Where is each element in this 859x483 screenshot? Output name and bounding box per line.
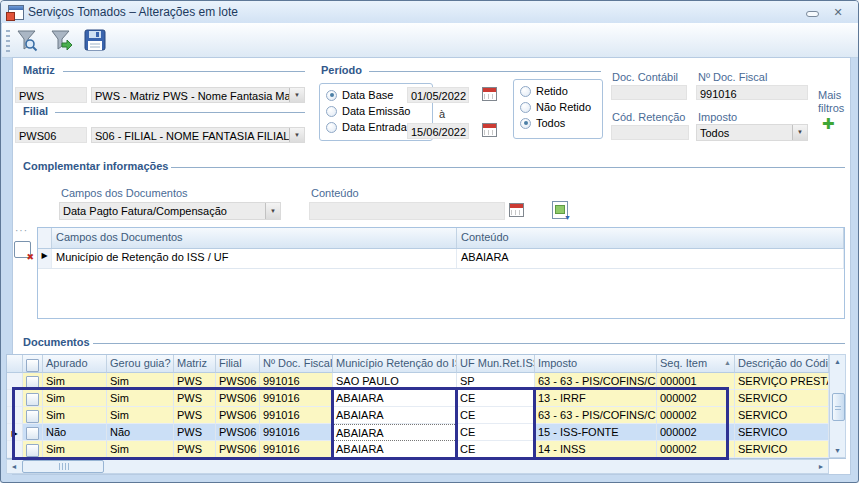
column-header[interactable]: UF Mun.Ret.ISS xyxy=(457,355,535,373)
row-checkbox[interactable] xyxy=(26,393,39,406)
cell-uf[interactable]: CE xyxy=(457,390,535,407)
cell-filial[interactable]: PWS06 xyxy=(216,424,260,441)
calendar-icon[interactable] xyxy=(482,87,497,101)
horizontal-scrollbar-thumb[interactable] xyxy=(22,460,104,473)
chevron-down-icon[interactable]: ▼ xyxy=(792,125,807,140)
cell-descricao[interactable]: SERVICO xyxy=(735,424,829,441)
cell-imposto[interactable]: 63 - 63 - PIS/COFINS/CSLL xyxy=(535,407,657,424)
cell-gerou-guia[interactable]: Sim xyxy=(107,373,174,390)
select-all-checkbox[interactable] xyxy=(26,359,39,372)
cell-descricao[interactable]: SERVICO xyxy=(735,441,829,458)
scroll-right-icon[interactable]: ► xyxy=(814,460,828,473)
cell-gerou-guia[interactable]: Sim xyxy=(107,390,174,407)
date-to-field[interactable]: 15/06/2022 xyxy=(407,123,469,139)
cell-apurado[interactable]: Sim xyxy=(43,407,107,424)
cell-municipio-focused[interactable]: ABAIARA xyxy=(333,424,457,441)
overflow-dots-icon[interactable]: ··· xyxy=(15,225,28,236)
cell-gerou-guia[interactable]: Não xyxy=(107,424,174,441)
column-header-campos[interactable]: Campos dos Documentos xyxy=(52,228,457,248)
calendar-icon[interactable] xyxy=(509,203,524,217)
chevron-down-icon[interactable]: ▼ xyxy=(289,128,304,142)
chevron-down-icon[interactable]: ▼ xyxy=(289,88,304,102)
cell-filial[interactable]: PWS06 xyxy=(216,373,260,390)
radio-nao-retido[interactable]: Não Retido xyxy=(520,101,591,113)
complementar-grid-row[interactable]: ▶ Município de Retenção do ISS / UF ABAI… xyxy=(38,249,844,269)
column-header[interactable]: Matriz xyxy=(174,355,216,373)
radio-data-emissao[interactable]: Data Emissão xyxy=(326,105,410,117)
conteudo-field[interactable] xyxy=(309,202,505,220)
minimize-button[interactable] xyxy=(802,4,822,20)
cell-matriz[interactable]: PWS xyxy=(174,407,216,424)
cell-campo[interactable]: Município de Retenção do ISS / UF xyxy=(52,249,457,268)
cell-num-doc[interactable]: 991016 xyxy=(260,390,333,407)
filial-combo[interactable]: S06 - FILIAL - NOME FANTASIA FILIAL PWS0… xyxy=(91,127,305,143)
add-filter-button[interactable]: ✚ xyxy=(822,115,835,133)
row-checkbox[interactable] xyxy=(26,410,39,423)
cell-apurado[interactable]: Não xyxy=(43,424,107,441)
scroll-down-icon[interactable]: ▼ xyxy=(830,444,845,457)
cell-uf[interactable]: SP xyxy=(457,373,535,390)
table-row[interactable]: Sim Sim PWS PWS06 991016 SAO PAULO SP 63… xyxy=(7,373,845,390)
doc-contabil-field[interactable] xyxy=(611,85,687,100)
campos-documentos-combo[interactable]: Data Pagto Fatura/Compensação ▼ xyxy=(59,202,281,220)
horizontal-scrollbar[interactable]: ◄ ► xyxy=(6,459,829,474)
cell-filial[interactable]: PWS06 xyxy=(216,407,260,424)
cell-uf[interactable]: CE xyxy=(457,407,535,424)
radio-data-entrada[interactable]: Data Entrada xyxy=(326,121,407,133)
cell-imposto[interactable]: 14 - INSS xyxy=(535,441,657,458)
cell-matriz[interactable]: PWS xyxy=(174,390,216,407)
cell-seq-item[interactable]: 000002 xyxy=(657,407,735,424)
cell-conteudo[interactable]: ABAIARA xyxy=(457,249,844,268)
cell-apurado[interactable]: Sim xyxy=(43,441,107,458)
cell-uf[interactable]: CE xyxy=(457,424,535,441)
cell-municipio[interactable]: ABAIARA xyxy=(333,407,457,424)
cell-matriz[interactable]: PWS xyxy=(174,424,216,441)
column-header[interactable]: Descrição do Código d xyxy=(735,355,829,373)
cell-descricao[interactable]: SERVICO xyxy=(735,407,829,424)
filial-code-field[interactable]: PWS06 xyxy=(15,127,87,143)
cell-seq-item[interactable]: 000002 xyxy=(657,424,735,441)
save-button[interactable] xyxy=(80,26,110,54)
cod-retencao-field[interactable] xyxy=(611,125,689,140)
filter-apply-button[interactable] xyxy=(46,26,76,54)
imposto-combo[interactable]: Todos ▼ xyxy=(696,124,808,141)
cell-imposto[interactable]: 63 - 63 - PIS/COFINS/CSLL xyxy=(535,373,657,390)
vertical-scrollbar-thumb[interactable] xyxy=(832,393,845,421)
row-checkbox[interactable] xyxy=(26,444,39,457)
cell-num-doc[interactable]: 991016 xyxy=(260,441,333,458)
row-checkbox[interactable] xyxy=(26,427,39,440)
cell-municipio[interactable]: ABAIARA xyxy=(333,390,457,407)
matriz-code-field[interactable]: PWS xyxy=(15,87,87,103)
cell-imposto[interactable]: 13 - IRRF xyxy=(535,390,657,407)
table-row-selected[interactable]: ▶ Não Não PWS PWS06 991016 ABAIARA CE 15… xyxy=(7,424,845,441)
table-row[interactable]: Sim Sim PWS PWS06 991016 ABAIARA CE 14 -… xyxy=(7,441,845,458)
scroll-up-icon[interactable]: ▲ xyxy=(830,355,845,368)
cell-seq-item[interactable]: 000001 xyxy=(657,373,735,390)
cell-matriz[interactable]: PWS xyxy=(174,441,216,458)
cell-filial[interactable]: PWS06 xyxy=(216,441,260,458)
column-header[interactable]: Apurado xyxy=(43,355,107,373)
chevron-down-icon[interactable]: ▼ xyxy=(265,203,280,219)
date-from-field[interactable]: 01/05/2022 xyxy=(407,87,469,103)
radio-todos[interactable]: Todos xyxy=(520,117,565,129)
cell-num-doc[interactable]: 991016 xyxy=(260,407,333,424)
calendar-icon[interactable] xyxy=(482,123,497,137)
radio-retido[interactable]: Retido xyxy=(520,85,568,97)
toolbar-grip[interactable] xyxy=(6,28,10,52)
num-doc-fiscal-field[interactable]: 991016 xyxy=(696,85,808,100)
column-header[interactable]: Imposto xyxy=(535,355,657,373)
vertical-scrollbar[interactable]: ▲ ▼ xyxy=(829,354,846,458)
cell-municipio[interactable]: ABAIARA xyxy=(333,441,457,458)
cell-gerou-guia[interactable]: Sim xyxy=(107,441,174,458)
filter-search-button[interactable] xyxy=(12,26,42,54)
matriz-combo[interactable]: PWS - Matriz PWS - Nome Fantasia Matriz … xyxy=(91,87,305,103)
cell-seq-item[interactable]: 000002 xyxy=(657,390,735,407)
cell-num-doc[interactable]: 991016 xyxy=(260,424,333,441)
cell-gerou-guia[interactable]: Sim xyxy=(107,407,174,424)
add-content-icon[interactable] xyxy=(552,201,568,219)
cell-descricao[interactable]: SERVICO xyxy=(735,390,829,407)
cell-filial[interactable]: PWS06 xyxy=(216,390,260,407)
table-row[interactable]: Sim Sim PWS PWS06 991016 ABAIARA CE 13 -… xyxy=(7,390,845,407)
column-header-conteudo[interactable]: Conteúdo xyxy=(457,228,844,248)
column-header[interactable]: Gerou guia? xyxy=(107,355,174,373)
